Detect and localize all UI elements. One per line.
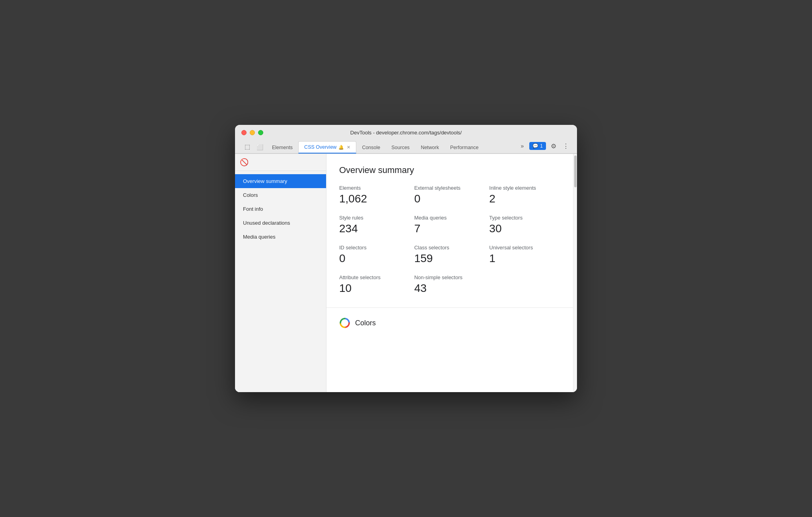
tab-sources[interactable]: Sources: [386, 142, 415, 153]
stat-type-value: 30: [489, 222, 564, 235]
stat-media-label: Media queries: [414, 215, 490, 221]
minimize-button[interactable]: [250, 130, 255, 135]
traffic-lights: [241, 130, 263, 135]
sidebar-item-colors[interactable]: Colors: [235, 188, 326, 202]
stat-ext-value: 0: [414, 192, 490, 205]
devtools-window: DevTools - developer.chrome.com/tags/dev…: [235, 125, 577, 392]
colors-section: Colors: [326, 308, 577, 338]
stat-media-value: 7: [414, 222, 490, 235]
titlebar: DevTools - developer.chrome.com/tags/dev…: [235, 125, 577, 154]
maximize-button[interactable]: [258, 130, 263, 135]
stat-non-simple-selectors: Non-simple selectors 43: [414, 274, 490, 295]
stat-style-label: Style rules: [339, 215, 414, 221]
sidebar-item-overview-summary[interactable]: Overview summary: [235, 174, 326, 188]
tab-console[interactable]: Console: [356, 142, 386, 153]
main-panel-wrapper: Overview summary Elements 1,062 External…: [326, 154, 577, 392]
stat-external-stylesheets: External stylesheets 0: [414, 185, 490, 205]
more-tabs-button[interactable]: »: [519, 141, 526, 151]
stat-attribute-selectors: Attribute selectors 10: [339, 274, 414, 295]
tab-performance-label: Performance: [450, 145, 479, 150]
chat-icon: 💬: [532, 143, 538, 149]
stat-id-value: 0: [339, 252, 414, 265]
stat-elements: Elements 1,062: [339, 185, 414, 205]
sidebar-item-font-info[interactable]: Font info: [235, 202, 326, 216]
tab-css-overview[interactable]: CSS Overview 🔔 ✕: [298, 141, 356, 154]
stats-grid: Elements 1,062 External stylesheets 0 In…: [339, 185, 564, 295]
block-icon[interactable]: 🚫: [240, 158, 249, 166]
scrollbar-track[interactable]: [573, 154, 577, 392]
colors-ring-icon: [339, 317, 350, 328]
stat-nonsimple-value: 43: [414, 282, 490, 295]
stat-elements-value: 1,062: [339, 192, 414, 205]
stat-universal-value: 1: [489, 252, 564, 265]
stat-type-selectors: Type selectors 30: [489, 215, 564, 235]
stat-inline-value: 2: [489, 192, 564, 205]
device-toggle[interactable]: ⬜: [253, 141, 266, 153]
tab-elements-label: Elements: [272, 145, 293, 150]
tab-sources-label: Sources: [391, 145, 410, 150]
stat-elements-label: Elements: [339, 185, 414, 191]
close-button[interactable]: [241, 130, 247, 135]
stat-id-label: ID selectors: [339, 245, 414, 251]
stat-class-selectors: Class selectors 159: [414, 245, 490, 265]
section-heading: Overview summary: [339, 165, 564, 175]
stat-style-rules: Style rules 234: [339, 215, 414, 235]
more-options-icon[interactable]: ⋮: [561, 142, 571, 151]
stat-type-label: Type selectors: [489, 215, 564, 221]
stat-media-queries: Media queries 7: [414, 215, 490, 235]
pointer-icon: ⬚: [245, 143, 250, 150]
tab-close-icon[interactable]: ✕: [347, 145, 350, 150]
stat-universal-label: Universal selectors: [489, 245, 564, 251]
tab-css-overview-label: CSS Overview: [304, 144, 336, 150]
tab-performance[interactable]: Performance: [445, 142, 484, 153]
tab-console-label: Console: [362, 145, 380, 150]
colors-section-label: Colors: [355, 319, 376, 327]
stat-attr-value: 10: [339, 282, 414, 295]
sidebar: 🚫 Overview summary Colors Font info Unus…: [235, 154, 326, 392]
experiment-icon: 🔔: [338, 145, 344, 150]
inspector-tool[interactable]: ⬚: [241, 140, 253, 153]
stat-attr-label: Attribute selectors: [339, 274, 414, 280]
stat-id-selectors: ID selectors 0: [339, 245, 414, 265]
scrollbar-thumb[interactable]: [574, 155, 577, 187]
stat-nonsimple-label: Non-simple selectors: [414, 274, 490, 280]
stat-inline-label: Inline style elements: [489, 185, 564, 191]
tab-network[interactable]: Network: [415, 142, 445, 153]
sidebar-item-unused-declarations[interactable]: Unused declarations: [235, 216, 326, 230]
device-icon: ⬜: [256, 144, 263, 150]
sidebar-nav: Overview summary Colors Font info Unused…: [235, 171, 326, 247]
tab-network-label: Network: [421, 145, 439, 150]
chat-button[interactable]: 💬 1: [529, 142, 546, 150]
stat-style-value: 234: [339, 222, 414, 235]
tabs-right-controls: » 💬 1 ⚙ ⋮: [519, 141, 571, 153]
tab-elements[interactable]: Elements: [266, 142, 298, 153]
stat-class-label: Class selectors: [414, 245, 490, 251]
window-title: DevTools - developer.chrome.com/tags/dev…: [350, 130, 462, 136]
stat-universal-selectors: Universal selectors 1: [489, 245, 564, 265]
tabs-bar: ⬚ ⬜ Elements CSS Overview 🔔 ✕ Console So…: [241, 139, 571, 153]
overview-summary-section: Overview summary Elements 1,062 External…: [326, 154, 577, 308]
sidebar-item-media-queries[interactable]: Media queries: [235, 230, 326, 244]
settings-icon[interactable]: ⚙: [549, 142, 558, 151]
devtools-body: 🚫 Overview summary Colors Font info Unus…: [235, 154, 577, 392]
main-panel: Overview summary Elements 1,062 External…: [326, 154, 577, 338]
stat-class-value: 159: [414, 252, 490, 265]
stat-inline-style: Inline style elements 2: [489, 185, 564, 205]
stat-ext-label: External stylesheets: [414, 185, 490, 191]
sidebar-header: 🚫: [235, 154, 326, 171]
chat-count: 1: [540, 143, 543, 149]
